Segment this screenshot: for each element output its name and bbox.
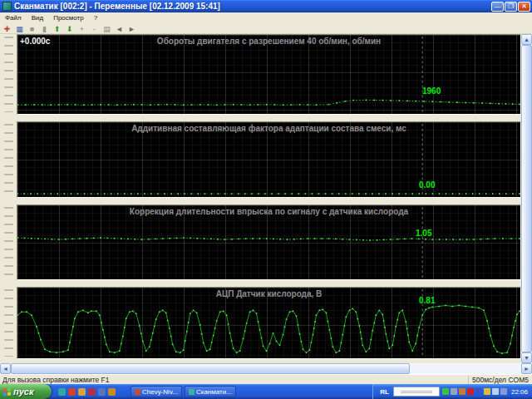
menu-review[interactable]: Просмотр — [48, 14, 89, 22]
chart-panel-1: Аддитивная составляющая фактора адаптаци… — [0, 121, 521, 198]
chart-current-value: 0.81 — [419, 296, 435, 305]
chart-current-value: 1.05 — [416, 229, 431, 238]
quicklaunch-explorer-icon[interactable] — [98, 388, 106, 396]
tray-network-icon[interactable] — [451, 388, 457, 395]
chart-plot[interactable]: АЦП Датчик кислорода, В 0.81 — [17, 287, 521, 359]
connect-icon[interactable]: ✚ — [2, 23, 12, 33]
tray-volume-icon[interactable] — [492, 388, 499, 395]
chart-plot[interactable]: Обороты двигателя с разрешением 40 об/ми… — [17, 34, 521, 115]
quicklaunch-mail-icon[interactable] — [78, 388, 86, 396]
taskbar: пуск Chevy-Niv... Сканмати... RL 22:06 — [0, 384, 532, 399]
menu-bar: Файл Вид Просмотр ? — [0, 12, 532, 22]
tray-update-icon[interactable] — [484, 388, 490, 395]
quicklaunch-tools-icon[interactable] — [108, 388, 116, 396]
app-icon — [2, 2, 12, 11]
horizontal-scroll-thumb[interactable] — [11, 363, 410, 374]
vertical-scroll-thumb[interactable] — [521, 45, 532, 352]
tray-status-icon[interactable] — [442, 388, 449, 395]
close-button[interactable]: ✕ — [518, 2, 530, 12]
grid-icon[interactable]: ▤ — [101, 23, 112, 33]
app-window: Сканматик [002:2] - Переменные [02.12.20… — [0, 0, 532, 399]
axis-tick-marks — [4, 124, 13, 195]
save-log-icon[interactable]: ▦ — [14, 23, 25, 33]
tray-icons — [442, 388, 507, 395]
windows-flag-icon — [3, 387, 11, 396]
chart-title: АЦП Датчик кислорода, В — [17, 289, 520, 298]
chart-panel-2: Коррекция длительности впрыска по сигнал… — [0, 204, 521, 280]
tray-battery-icon[interactable] — [475, 388, 482, 395]
tray-antivirus-icon[interactable] — [467, 388, 474, 395]
scroll-right-icon[interactable]: ► — [521, 363, 532, 374]
system-tray: RL 22:06 — [372, 384, 532, 399]
status-timebase: 500мс/дел COM5 — [468, 376, 532, 384]
stop-icon[interactable]: ■ — [27, 23, 37, 33]
task-icon — [189, 389, 195, 395]
status-help-text: Для вызова справки нажмите F1 — [0, 376, 468, 384]
zoom-in-icon[interactable]: + — [76, 23, 87, 33]
scroll-up-icon[interactable]: ▲ — [521, 34, 532, 45]
marker-down-icon[interactable]: ⬇ — [64, 23, 75, 33]
axis-ticks — [0, 287, 17, 359]
minimize-button[interactable]: — — [491, 2, 504, 12]
chart-current-value: 1960 — [422, 86, 441, 96]
task-label: Сканмати... — [196, 388, 232, 396]
marker-up-icon[interactable]: ⬆ — [52, 23, 62, 33]
zoom-out-icon[interactable]: - — [89, 23, 100, 33]
chart-plot[interactable]: Коррекция длительности впрыска по сигнал… — [17, 204, 521, 280]
axis-tick-marks — [4, 207, 13, 278]
taskbar-item-scanmatic[interactable]: Сканмати... — [185, 386, 236, 397]
chart-title: Обороты двигателя с разрешением 40 об/ми… — [17, 37, 520, 46]
task-label: Chevy-Niv... — [142, 388, 178, 396]
status-bar: Для вызова справки нажмите F1 500мс/дел … — [0, 374, 532, 384]
menu-file[interactable]: Файл — [0, 14, 27, 22]
record-icon[interactable]: ▮ — [39, 23, 50, 33]
axis-ticks — [0, 204, 17, 280]
chart-title: Коррекция длительности впрыска по сигнал… — [17, 207, 520, 216]
task-icon — [135, 389, 140, 395]
toolbar: ✚▦■▮⬆⬇+-▤◄► — [0, 22, 532, 34]
menu-view[interactable]: Вид — [27, 14, 48, 22]
taskbar-clock[interactable]: 22:06 — [510, 388, 530, 396]
start-label: пуск — [13, 387, 34, 397]
chart-panel-3: АЦП Датчик кислорода, В 0.81 — [0, 287, 521, 359]
menu-help[interactable]: ? — [89, 14, 102, 22]
tray-white-panel[interactable] — [393, 387, 440, 397]
taskbar-item-chevy[interactable]: Chevy-Niv... — [131, 386, 182, 397]
scroll-left-icon[interactable]: ◄ — [0, 363, 11, 374]
axis-tick-marks — [4, 37, 13, 112]
next-frame-icon[interactable]: ► — [126, 23, 137, 33]
quicklaunch-media-icon[interactable] — [68, 388, 76, 396]
task-buttons: Chevy-Niv... Сканмати... — [131, 386, 236, 397]
chart-title: Аддитивная составляющая фактора адаптаци… — [17, 124, 520, 133]
quicklaunch-browser-icon[interactable] — [58, 388, 66, 396]
chart-area: ▲ ▼ Обороты двигателя с разрешением 40 о… — [0, 34, 532, 363]
language-indicator[interactable]: RL — [378, 388, 391, 396]
title-bar: Сканматик [002:2] - Переменные [02.12.20… — [0, 0, 532, 12]
axis-tick-marks — [4, 289, 13, 357]
restore-button[interactable]: ❐ — [505, 2, 517, 12]
scroll-down-icon[interactable]: ▼ — [521, 352, 532, 363]
chart-current-value: 0.00 — [419, 180, 435, 190]
horizontal-scrollbar[interactable]: ◄ ► — [0, 363, 532, 374]
window-title: Сканматик [002:2] - Переменные [02.12.20… — [14, 2, 491, 11]
axis-ticks — [0, 34, 17, 115]
quicklaunch-security-icon[interactable] — [88, 388, 96, 396]
prev-frame-icon[interactable]: ◄ — [114, 23, 125, 33]
tray-display-icon[interactable] — [500, 388, 507, 395]
tray-graph-icon[interactable] — [459, 388, 466, 395]
start-button[interactable]: пуск — [0, 384, 52, 399]
chart-plot[interactable]: Аддитивная составляющая фактора адаптаци… — [17, 121, 521, 198]
cursor-time-overlay: +0.000с — [20, 37, 50, 46]
vertical-scrollbar[interactable]: ▲ ▼ — [521, 34, 532, 363]
axis-ticks — [0, 121, 17, 198]
quick-launch — [58, 388, 116, 396]
chart-panel-0: Обороты двигателя с разрешением 40 об/ми… — [0, 34, 521, 115]
